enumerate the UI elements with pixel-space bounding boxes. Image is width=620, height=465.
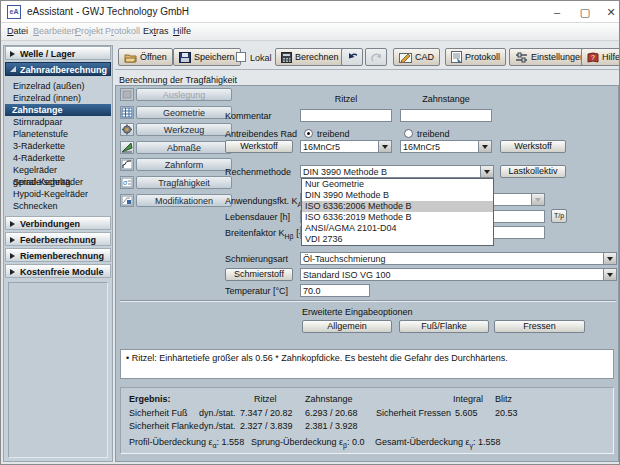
- tp-button[interactable]: T/p: [551, 209, 567, 223]
- sidebar-item-hypoid-kegelraeder[interactable]: Hypoid-Kegelräder: [6, 188, 110, 200]
- sidebar-header-zahnradberechnung[interactable]: Zahnradberechnung: [5, 62, 111, 76]
- dropdown-option[interactable]: VDI 2736: [302, 234, 493, 245]
- kommentar-zahnstange-input[interactable]: [400, 109, 492, 122]
- treibend-zahnstange-label: treibend: [417, 129, 450, 139]
- treibend-ritzel-radio[interactable]: [304, 129, 313, 138]
- treibend-zahnstange-radio[interactable]: [404, 129, 413, 138]
- schmierungsart-label: Schmierungsart: [225, 254, 288, 264]
- dropdown-option[interactable]: Nur Geometrie: [302, 179, 493, 190]
- sidebar-header-welle-lager[interactable]: Welle / Lager: [5, 46, 111, 60]
- settings-button[interactable]: Einstellungen: [509, 48, 591, 66]
- sidebar-header-kostenfreie-module[interactable]: Kostenfreie Module: [5, 264, 111, 278]
- auslegung-button[interactable]: Auslegung: [136, 88, 232, 101]
- schmierstoff-combo[interactable]: Standard ISO VG 100: [300, 268, 617, 281]
- maximize-button[interactable]: ▢: [573, 3, 597, 21]
- tragfaehigkeit-button[interactable]: Tragfähigkeit: [136, 176, 232, 189]
- menu-protokoll[interactable]: Protokoll: [105, 26, 140, 36]
- menu-datei[interactable]: Datei: [7, 26, 28, 36]
- result-fuss-zahnstange: 6.293 / 20.68: [305, 408, 358, 418]
- sidebar-header-riemenberechnung[interactable]: Riemenberechnung: [5, 248, 111, 262]
- chevron-down-icon[interactable]: [603, 269, 616, 280]
- modifikationen-icon: [120, 194, 134, 207]
- dropdown-option-highlighted[interactable]: ISO 6336:2006 Methode B: [302, 201, 493, 212]
- fressen-button[interactable]: Fressen: [494, 320, 585, 333]
- rechenmethode-label: Rechenmethode: [225, 167, 291, 177]
- werkstoff-ritzel-button[interactable]: Werkstoff: [225, 140, 293, 153]
- column-header-ritzel: Ritzel: [300, 94, 392, 104]
- abmasse-button[interactable]: Abmaße: [136, 141, 232, 154]
- schmierungsart-combo[interactable]: Öl-Tauchschmierung: [300, 252, 617, 265]
- sidebar-header-verbindungen[interactable]: Verbindungen: [5, 216, 111, 230]
- allgemein-button[interactable]: Allgemein: [302, 320, 392, 333]
- chevron-down-disabled-icon: [531, 194, 544, 205]
- cad-button[interactable]: CAD: [393, 48, 440, 66]
- temperatur-label: Temperatur [°C]: [225, 286, 288, 296]
- treibend-ritzel-label: treibend: [317, 129, 350, 139]
- temperatur-input[interactable]: [300, 284, 370, 297]
- sidebar-item-spiral-kegelraeder[interactable]: Spiral-Kegelräder: [6, 176, 110, 188]
- modifikationen-button[interactable]: Modifikationen: [136, 194, 232, 207]
- geometrie-button[interactable]: Geometrie: [136, 106, 232, 119]
- zahnform-button[interactable]: Zahnform: [136, 158, 232, 171]
- calculator-icon: [281, 52, 292, 63]
- kommentar-ritzel-input[interactable]: [300, 109, 392, 122]
- save-icon: [179, 52, 191, 63]
- undo-icon: [347, 52, 357, 63]
- help-button[interactable]: ? Hilfe: [581, 48, 620, 66]
- chevron-down-icon[interactable]: [603, 253, 616, 264]
- werkzeug-icon: [120, 123, 134, 136]
- chevron-down-icon[interactable]: [478, 141, 491, 152]
- chevron-right-icon: [10, 237, 15, 243]
- menu-projekt[interactable]: Projekt: [75, 26, 103, 36]
- tragfaehigkeit-icon: σ: [120, 176, 134, 189]
- werkstoff-zahnstange-button[interactable]: Werkstoff: [500, 140, 566, 153]
- divider: [120, 300, 616, 302]
- result-flanke-zahnstange: 2.381 / 3.928: [305, 421, 358, 431]
- werkstoff-ritzel-combo[interactable]: 16MnCr5: [300, 140, 392, 153]
- redo-button[interactable]: [365, 48, 387, 66]
- cad-icon: [399, 52, 412, 63]
- dropdown-option[interactable]: ISO 6336:2019 Methode B: [302, 212, 493, 223]
- sidebar-item-4-raederkette[interactable]: 4-Räderkette: [6, 152, 110, 164]
- local-checkbox[interactable]: [236, 52, 246, 62]
- sidebar-item-planetenstufe[interactable]: Planetenstufe: [6, 128, 110, 140]
- dropdown-option[interactable]: DIN 3990 Methode B: [302, 190, 493, 201]
- undo-button[interactable]: [341, 48, 363, 66]
- chevron-right-icon: [10, 253, 15, 259]
- werkzeug-button[interactable]: Werkzeug: [136, 123, 232, 136]
- lastkollektiv-button[interactable]: Lastkollektiv: [500, 165, 566, 178]
- menu-extras[interactable]: Extras: [143, 26, 169, 36]
- close-button[interactable]: ✕: [599, 3, 620, 21]
- sidebar-item-einzelrad-aussen[interactable]: Einzelrad (außen): [6, 80, 110, 92]
- chevron-right-icon: [10, 269, 15, 275]
- sidebar-empty-panel: [8, 282, 108, 458]
- help-book-icon: ?: [587, 52, 599, 63]
- svg-text:σ: σ: [123, 179, 128, 186]
- rechenmethode-combo[interactable]: DIN 3990 Methode B: [300, 165, 494, 178]
- fuss-flanke-button[interactable]: Fuß/Flanke: [399, 320, 489, 333]
- minimize-button[interactable]: –: [545, 3, 569, 21]
- toolbar: Öffnen Speichern Lokal Berechnen CAD: [115, 45, 619, 70]
- local-checkbox-label: Lokal: [250, 53, 272, 63]
- sidebar-item-zahnstange[interactable]: Zahnstange: [5, 104, 111, 116]
- antreibendes-rad-label: Antreibendes Rad: [225, 129, 297, 139]
- menu-bearbeiten[interactable]: Bearbeiten: [33, 26, 77, 36]
- calculate-button[interactable]: Berechnen: [275, 48, 345, 66]
- save-button[interactable]: Speichern: [173, 48, 241, 66]
- chevron-down-icon[interactable]: [378, 141, 391, 152]
- sidebar-item-einzelrad-innen[interactable]: Einzelrad (innen): [6, 92, 110, 104]
- sidebar-item-3-raederkette[interactable]: 3-Räderkette: [6, 140, 110, 152]
- sidebar-item-kegelraeder[interactable]: Kegelräder gerade/schräg: [6, 164, 110, 176]
- sidebar-item-schnecken[interactable]: Schnecken: [6, 200, 110, 212]
- auslegung-icon: [120, 88, 134, 101]
- sidebar-header-federberechnung[interactable]: Federberechnung: [5, 232, 111, 246]
- result-fressen-blitz: 20.53: [495, 408, 518, 418]
- open-button[interactable]: Öffnen: [118, 48, 173, 66]
- werkstoff-zahnstange-combo[interactable]: 16MnCr5: [400, 140, 492, 153]
- sidebar-item-stirnradpaar[interactable]: Stirnradpaar: [6, 116, 110, 128]
- protocol-button[interactable]: Protokoll: [445, 48, 506, 66]
- menu-hilfe[interactable]: Hilfe: [173, 26, 191, 36]
- schmierstoff-button[interactable]: Schmierstoff: [225, 268, 293, 281]
- dropdown-option[interactable]: ANSI/AGMA 2101-D04: [302, 223, 493, 234]
- chevron-down-icon[interactable]: [480, 166, 493, 177]
